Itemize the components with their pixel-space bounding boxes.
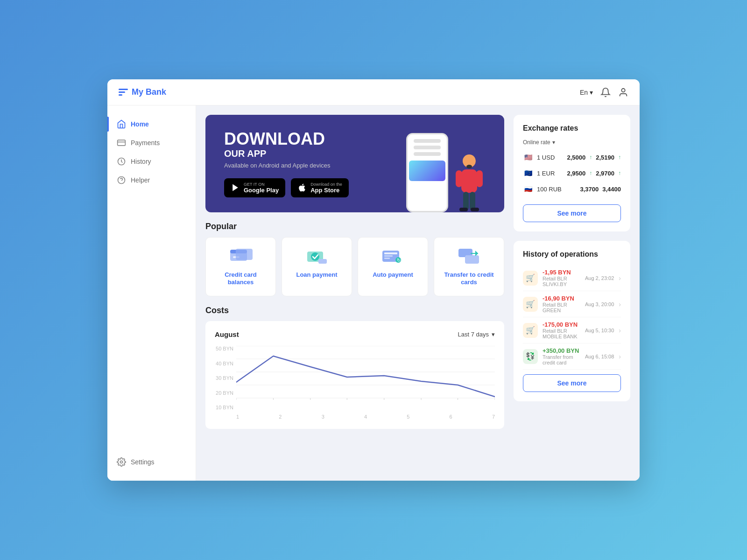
history-info-2: -175,00 BYN Retail BLR MOBILE BANK [543,321,580,339]
svg-rect-11 [456,170,462,187]
logo-icon [119,89,128,96]
svg-rect-16 [471,208,479,211]
sidebar-item-home[interactable]: Home [107,115,196,133]
y-label-3: 30 BYN [215,375,233,381]
history-item-3[interactable]: 💱 +350,00 BYN Transfer from credit card … [523,343,621,370]
svg-point-22 [311,252,319,261]
popular-card-credit[interactable]: Credit card balances [205,237,276,297]
history-icon-1: 🛒 [523,297,538,312]
history-chevron-1-icon: › [619,301,621,308]
popular-card-loan[interactable]: Loan payment [282,237,352,297]
sidebar-history-label: History [131,158,151,165]
chart-container: 50 BYN 40 BYN 30 BYN 20 BYN 10 BYN [215,346,495,420]
history-amount-0: -1,95 BYN [543,269,580,276]
costs-header: August Last 7 days ▾ [215,330,495,338]
x-label-2: 2 [279,414,282,420]
x-label-7: 7 [492,414,495,420]
sidebar-item-payments[interactable]: Payments [107,133,196,152]
svg-rect-26 [384,255,393,257]
exchange-rates-panel: Exchange rates Online rate ▾ 🇺🇸 1 USD 2,… [514,115,630,231]
rate-filter-chevron-icon: ▾ [552,139,555,146]
history-chevron-2-icon: › [619,327,621,334]
banner-visual [406,133,486,212]
history-panel: History of operations 🛒 -1,95 BYN Retail… [514,241,630,401]
lang-selector[interactable]: En ▾ [580,89,593,96]
svg-rect-23 [318,259,327,264]
eur-flag-icon: 🇪🇺 [523,168,533,178]
history-item-2[interactable]: 🛒 -175,00 BYN Retail BLR MOBILE BANK Aug… [523,317,621,343]
popular-section: Popular Credit card ba [205,222,504,297]
svg-rect-27 [384,258,390,259]
google-play-main: Google Play [244,187,279,194]
helper-icon [117,175,126,185]
rate-filter-label: Online rate [523,139,550,146]
history-item-1[interactable]: 🛒 -16,90 BYN Retail BLR GREEN Aug 3, 20:… [523,291,621,317]
sidebar-item-settings[interactable]: Settings [107,453,196,471]
rate-row-rub: 🇷🇺 100 RUB 3,3700 3,4400 [523,184,621,194]
history-see-more-button[interactable]: See more [523,374,621,392]
history-amount-1: -16,90 BYN [543,295,580,302]
person-illustration [453,152,486,212]
history-icon-2: 🛒 [523,323,538,338]
chart-area: 1 2 3 4 5 6 7 [236,346,495,420]
svg-point-9 [466,165,472,168]
transfer-icon [458,247,481,266]
history-amount-3: +350,00 BYN [543,347,580,354]
popular-auto-label: Auto payment [373,271,413,279]
sidebar-item-helper[interactable]: Helper [107,171,196,189]
user-profile-icon[interactable] [618,87,628,98]
loan-svg [305,247,329,266]
svg-rect-20 [236,249,253,260]
google-play-sub: GET IT ON [244,182,279,187]
phone-line-3 [414,152,441,156]
history-icon [117,157,126,166]
usd-values: 2,5000 ↑ 2,5190 ↑ [567,154,621,161]
auto-payment-icon: ↻ [381,247,405,266]
y-label-1: 10 BYN [215,405,233,410]
google-play-text: GET IT ON Google Play [244,182,279,194]
rate-filter[interactable]: Online rate ▾ [523,139,621,146]
rub-flag-icon: 🇷🇺 [523,184,533,194]
usd-flag-icon: 🇺🇸 [523,152,533,162]
popular-transfer-label: Transfer to credit cards [440,271,498,287]
rub-val1: 3,3700 [580,186,599,193]
logo-bar-1 [119,89,128,90]
phone-line-2 [414,146,441,149]
google-play-button[interactable]: GET IT ON Google Play [224,178,285,197]
credit-card-svg [229,247,253,266]
x-label-6: 6 [450,414,452,420]
app-store-button[interactable]: Download on the App Store [291,178,349,197]
popular-grid: Credit card balances [205,237,504,297]
svg-marker-7 [233,184,238,191]
history-icon-3: 💱 [523,349,538,364]
history-date-0: Aug 2, 23:02 [585,275,614,281]
x-label-4: 4 [364,414,367,420]
period-label: Last 7 days [458,331,489,338]
popular-title: Popular [205,222,504,231]
sidebar: Home Payments History [107,105,196,481]
exchange-see-more-button[interactable]: See more [523,204,621,222]
history-item-0[interactable]: 🛒 -1,95 BYN Retail BLR SLIVKI.BY Aug 2, … [523,265,621,291]
sidebar-bottom: Settings [107,453,196,471]
sidebar-item-history[interactable]: History [107,152,196,171]
popular-card-auto[interactable]: ↻ Auto payment [358,237,428,297]
history-desc-0: Retail BLR SLIVKI.BY [543,276,580,287]
svg-rect-25 [384,252,397,254]
phone-mockup [406,133,448,212]
history-desc-2: Retail BLR MOBILE BANK [543,328,580,339]
usd-val1: 2,5000 [567,154,585,161]
eur-currency: 1 EUR [537,170,561,177]
lang-label: En [580,89,588,96]
history-date-3: Aug 6, 15:08 [585,354,614,359]
topbar-right: En ▾ [580,87,628,98]
rub-values: 3,3700 3,4400 [580,186,621,193]
popular-card-transfer[interactable]: Transfer to credit cards [434,237,504,297]
rate-row-usd: 🇺🇸 1 USD 2,5000 ↑ 2,5190 ↑ [523,152,621,162]
period-selector[interactable]: Last 7 days ▾ [458,331,495,338]
history-date-2: Aug 5, 10:30 [585,328,614,333]
auto-svg: ↻ [381,247,405,266]
history-amount-2: -175,00 BYN [543,321,580,328]
notification-icon[interactable] [600,87,611,98]
history-date-1: Aug 3, 20:00 [585,301,614,307]
main-layout: Home Payments History [107,105,640,481]
